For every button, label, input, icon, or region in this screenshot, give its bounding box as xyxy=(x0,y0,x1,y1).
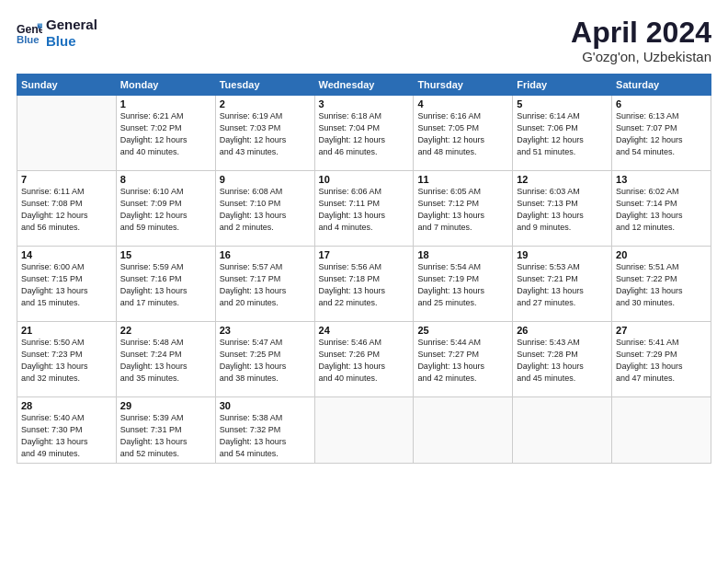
calendar-day-cell: 16 Sunrise: 5:57 AMSunset: 7:17 PMDaylig… xyxy=(215,247,314,322)
day-info: Sunrise: 6:13 AMSunset: 7:07 PMDaylight:… xyxy=(616,110,707,158)
day-info: Sunrise: 6:11 AMSunset: 7:08 PMDaylight:… xyxy=(21,186,112,234)
calendar-week-row: 28 Sunrise: 5:40 AMSunset: 7:30 PMDaylig… xyxy=(17,397,711,464)
day-number: 12 xyxy=(517,174,608,185)
day-info: Sunrise: 5:44 AMSunset: 7:27 PMDaylight:… xyxy=(417,337,508,385)
day-number: 4 xyxy=(417,98,508,109)
day-info: Sunrise: 6:21 AMSunset: 7:02 PMDaylight:… xyxy=(120,110,211,158)
calendar-week-row: 1 Sunrise: 6:21 AMSunset: 7:02 PMDayligh… xyxy=(17,96,711,171)
calendar-day-cell xyxy=(414,397,513,464)
weekday-header-row: SundayMondayTuesdayWednesdayThursdayFrid… xyxy=(17,75,711,96)
day-number: 17 xyxy=(319,249,410,260)
calendar-day-cell: 22 Sunrise: 5:48 AMSunset: 7:24 PMDaylig… xyxy=(116,322,215,397)
calendar-day-cell: 3 Sunrise: 6:18 AMSunset: 7:04 PMDayligh… xyxy=(314,96,414,171)
day-number: 7 xyxy=(21,174,112,185)
main-title: April 2024 xyxy=(571,17,711,49)
calendar-day-cell: 13 Sunrise: 6:02 AMSunset: 7:14 PMDaylig… xyxy=(612,171,711,247)
day-info: Sunrise: 5:54 AMSunset: 7:19 PMDaylight:… xyxy=(417,261,508,309)
day-info: Sunrise: 5:56 AMSunset: 7:18 PMDaylight:… xyxy=(319,261,410,309)
day-number: 2 xyxy=(220,98,311,109)
day-info: Sunrise: 5:48 AMSunset: 7:24 PMDaylight:… xyxy=(120,337,211,385)
day-number: 5 xyxy=(517,98,608,109)
calendar-week-row: 14 Sunrise: 6:00 AMSunset: 7:15 PMDaylig… xyxy=(17,247,711,322)
calendar-day-cell: 21 Sunrise: 5:50 AMSunset: 7:23 PMDaylig… xyxy=(17,322,117,397)
day-number: 19 xyxy=(517,249,608,260)
day-number: 13 xyxy=(616,174,707,185)
day-number: 14 xyxy=(21,249,112,260)
day-number: 30 xyxy=(220,400,311,411)
calendar-table: SundayMondayTuesdayWednesdayThursdayFrid… xyxy=(17,74,711,464)
calendar-day-cell: 11 Sunrise: 6:05 AMSunset: 7:12 PMDaylig… xyxy=(414,171,513,247)
day-number: 15 xyxy=(120,249,211,260)
day-number: 11 xyxy=(417,174,508,185)
weekday-header: Wednesday xyxy=(314,75,414,96)
calendar-day-cell: 30 Sunrise: 5:38 AMSunset: 7:32 PMDaylig… xyxy=(215,397,314,464)
day-number: 22 xyxy=(120,325,211,336)
day-info: Sunrise: 6:06 AMSunset: 7:11 PMDaylight:… xyxy=(319,186,410,234)
calendar-day-cell: 29 Sunrise: 5:39 AMSunset: 7:31 PMDaylig… xyxy=(116,397,215,464)
calendar-day-cell: 18 Sunrise: 5:54 AMSunset: 7:19 PMDaylig… xyxy=(414,247,513,322)
calendar-day-cell: 2 Sunrise: 6:19 AMSunset: 7:03 PMDayligh… xyxy=(215,96,314,171)
day-info: Sunrise: 5:43 AMSunset: 7:28 PMDaylight:… xyxy=(517,337,608,385)
calendar-day-cell: 12 Sunrise: 6:03 AMSunset: 7:13 PMDaylig… xyxy=(513,171,612,247)
day-number: 27 xyxy=(616,325,707,336)
svg-text:Blue: Blue xyxy=(17,34,40,45)
day-info: Sunrise: 6:14 AMSunset: 7:06 PMDaylight:… xyxy=(517,110,608,158)
day-number: 24 xyxy=(319,325,410,336)
day-info: Sunrise: 5:40 AMSunset: 7:30 PMDaylight:… xyxy=(21,412,112,460)
day-info: Sunrise: 5:53 AMSunset: 7:21 PMDaylight:… xyxy=(517,261,608,309)
day-number: 16 xyxy=(220,249,311,260)
day-number: 29 xyxy=(120,400,211,411)
calendar-day-cell xyxy=(314,397,414,464)
day-number: 26 xyxy=(517,325,608,336)
calendar-day-cell: 15 Sunrise: 5:59 AMSunset: 7:16 PMDaylig… xyxy=(116,247,215,322)
calendar-day-cell xyxy=(612,397,711,464)
day-number: 3 xyxy=(319,98,410,109)
day-info: Sunrise: 5:46 AMSunset: 7:26 PMDaylight:… xyxy=(319,337,410,385)
calendar-day-cell: 7 Sunrise: 6:11 AMSunset: 7:08 PMDayligh… xyxy=(17,171,117,247)
weekday-header: Sunday xyxy=(17,75,117,96)
day-info: Sunrise: 6:19 AMSunset: 7:03 PMDaylight:… xyxy=(220,110,311,158)
calendar-day-cell: 9 Sunrise: 6:08 AMSunset: 7:10 PMDayligh… xyxy=(215,171,314,247)
logo-text: General Blue xyxy=(46,17,97,50)
day-info: Sunrise: 6:03 AMSunset: 7:13 PMDaylight:… xyxy=(517,186,608,234)
calendar-day-cell: 5 Sunrise: 6:14 AMSunset: 7:06 PMDayligh… xyxy=(513,96,612,171)
calendar-day-cell: 28 Sunrise: 5:40 AMSunset: 7:30 PMDaylig… xyxy=(17,397,117,464)
calendar-day-cell: 19 Sunrise: 5:53 AMSunset: 7:21 PMDaylig… xyxy=(513,247,612,322)
calendar-day-cell: 26 Sunrise: 5:43 AMSunset: 7:28 PMDaylig… xyxy=(513,322,612,397)
day-info: Sunrise: 6:10 AMSunset: 7:09 PMDaylight:… xyxy=(120,186,211,234)
calendar-day-cell: 25 Sunrise: 5:44 AMSunset: 7:27 PMDaylig… xyxy=(414,322,513,397)
day-number: 10 xyxy=(319,174,410,185)
day-info: Sunrise: 6:05 AMSunset: 7:12 PMDaylight:… xyxy=(417,186,508,234)
calendar-day-cell: 20 Sunrise: 5:51 AMSunset: 7:22 PMDaylig… xyxy=(612,247,711,322)
calendar-day-cell: 27 Sunrise: 5:41 AMSunset: 7:29 PMDaylig… xyxy=(612,322,711,397)
calendar-week-row: 7 Sunrise: 6:11 AMSunset: 7:08 PMDayligh… xyxy=(17,171,711,247)
day-info: Sunrise: 5:57 AMSunset: 7:17 PMDaylight:… xyxy=(220,261,311,309)
calendar-day-cell: 14 Sunrise: 6:00 AMSunset: 7:15 PMDaylig… xyxy=(17,247,117,322)
day-info: Sunrise: 5:51 AMSunset: 7:22 PMDaylight:… xyxy=(616,261,707,309)
weekday-header: Monday xyxy=(116,75,215,96)
day-info: Sunrise: 6:08 AMSunset: 7:10 PMDaylight:… xyxy=(220,186,311,234)
calendar-day-cell xyxy=(513,397,612,464)
title-block: April 2024 G'ozg'on, Uzbekistan xyxy=(571,17,711,64)
calendar-day-cell xyxy=(17,96,117,171)
weekday-header: Tuesday xyxy=(215,75,314,96)
page: General Blue General Blue April 2024 G'o… xyxy=(0,0,728,563)
day-number: 1 xyxy=(120,98,211,109)
subtitle: G'ozg'on, Uzbekistan xyxy=(571,49,711,64)
day-info: Sunrise: 6:16 AMSunset: 7:05 PMDaylight:… xyxy=(417,110,508,158)
calendar-body: 1 Sunrise: 6:21 AMSunset: 7:02 PMDayligh… xyxy=(17,96,711,464)
day-info: Sunrise: 5:47 AMSunset: 7:25 PMDaylight:… xyxy=(220,337,311,385)
day-number: 6 xyxy=(616,98,707,109)
calendar-day-cell: 24 Sunrise: 5:46 AMSunset: 7:26 PMDaylig… xyxy=(314,322,414,397)
day-info: Sunrise: 5:59 AMSunset: 7:16 PMDaylight:… xyxy=(120,261,211,309)
day-info: Sunrise: 5:41 AMSunset: 7:29 PMDaylight:… xyxy=(616,337,707,385)
day-number: 20 xyxy=(616,249,707,260)
calendar-day-cell: 6 Sunrise: 6:13 AMSunset: 7:07 PMDayligh… xyxy=(612,96,711,171)
header: General Blue General Blue April 2024 G'o… xyxy=(17,17,711,64)
weekday-header: Thursday xyxy=(414,75,513,96)
calendar-day-cell: 17 Sunrise: 5:56 AMSunset: 7:18 PMDaylig… xyxy=(314,247,414,322)
day-number: 18 xyxy=(417,249,508,260)
calendar-day-cell: 23 Sunrise: 5:47 AMSunset: 7:25 PMDaylig… xyxy=(215,322,314,397)
day-number: 9 xyxy=(220,174,311,185)
day-info: Sunrise: 6:18 AMSunset: 7:04 PMDaylight:… xyxy=(319,110,410,158)
